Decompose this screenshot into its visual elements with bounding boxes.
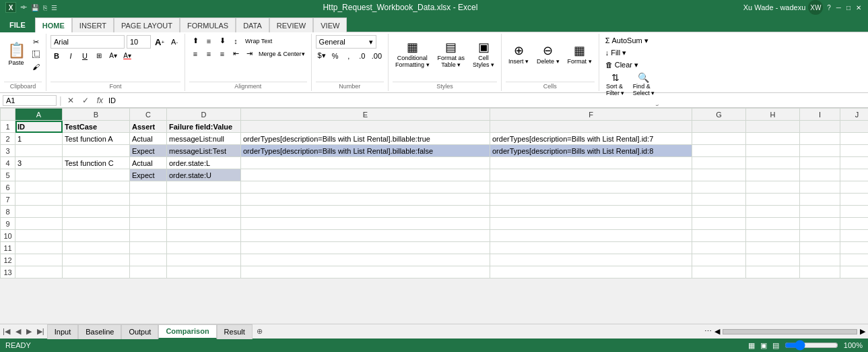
cell-1-J[interactable] [840, 121, 869, 133]
cell-9-A[interactable] [15, 218, 63, 230]
italic-button[interactable]: I [65, 50, 77, 61]
cell-13-C[interactable] [130, 266, 167, 278]
cell-10-B[interactable] [63, 230, 130, 242]
currency-button[interactable]: $▾ [316, 50, 328, 61]
col-header-B[interactable]: B [63, 109, 130, 121]
cell-styles-button[interactable]: ▣ CellStyles ▾ [470, 35, 497, 73]
row-header-12[interactable]: 12 [1, 254, 15, 266]
align-middle-button[interactable]: ≡ [203, 35, 215, 47]
cell-13-E[interactable] [241, 266, 490, 278]
col-header-F[interactable]: F [490, 109, 692, 121]
font-name-input[interactable] [51, 35, 125, 49]
col-header-D[interactable]: D [167, 109, 241, 121]
cell-6-J[interactable] [840, 181, 869, 194]
shrink-font-button[interactable]: A- [168, 36, 180, 48]
view-layout-button[interactable]: ▣ [760, 341, 767, 350]
cell-11-E[interactable] [241, 242, 490, 254]
align-top-button[interactable]: ⬆ [189, 35, 201, 47]
cell-1-C[interactable]: Assert [130, 121, 167, 133]
cell-4-B[interactable]: Test function C [63, 157, 130, 169]
cell-3-H[interactable] [746, 145, 800, 157]
cell-9-F[interactable] [490, 218, 692, 230]
cell-6-F[interactable] [490, 181, 692, 194]
cell-13-J[interactable] [840, 266, 869, 278]
cell-10-D[interactable] [167, 230, 241, 242]
row-header-5[interactable]: 5 [1, 169, 15, 181]
sheet-nav-last[interactable]: ▶| [34, 327, 47, 336]
cell-11-J[interactable] [840, 242, 869, 254]
cell-11-D[interactable] [167, 242, 241, 254]
name-box[interactable] [3, 95, 57, 106]
cell-7-J[interactable] [840, 194, 869, 206]
cell-8-E[interactable] [241, 206, 490, 218]
sheet-add-button[interactable]: ⊕ [253, 327, 267, 336]
delete-button[interactable]: ⊖ Delete ▾ [534, 35, 562, 73]
insert-button[interactable]: ⊕ Insert ▾ [506, 35, 531, 73]
wrap-text-button[interactable]: Wrap Text [243, 35, 274, 47]
cell-7-D[interactable] [167, 194, 241, 206]
sheet-tab-output[interactable]: Output [121, 324, 158, 339]
cell-8-I[interactable] [800, 206, 840, 218]
cell-1-F[interactable] [490, 121, 692, 133]
cell-4-F[interactable] [490, 157, 692, 169]
col-header-G[interactable]: G [692, 109, 746, 121]
row-header-13[interactable]: 13 [1, 266, 15, 278]
cell-12-E[interactable] [241, 254, 490, 266]
cell-13-G[interactable] [692, 266, 746, 278]
cell-7-E[interactable] [241, 194, 490, 206]
cell-6-H[interactable] [746, 181, 800, 194]
cell-5-E[interactable] [241, 169, 490, 181]
cell-12-A[interactable] [15, 254, 63, 266]
cell-9-H[interactable] [746, 218, 800, 230]
cell-6-I[interactable] [800, 181, 840, 194]
row-header-9[interactable]: 9 [1, 218, 15, 230]
cell-2-G[interactable] [692, 133, 746, 145]
autosum-button[interactable]: Σ AutoSum ▾ [603, 35, 650, 47]
cell-1-H[interactable] [746, 121, 800, 133]
cell-6-B[interactable] [63, 181, 130, 194]
cell-5-J[interactable] [840, 169, 869, 181]
sheet-tab-comparison[interactable]: Comparison [158, 324, 216, 339]
clear-button[interactable]: 🗑 Clear ▾ [603, 59, 640, 71]
cell-12-D[interactable] [167, 254, 241, 266]
merge-center-button[interactable]: Merge & Center ▾ [257, 48, 307, 59]
align-bottom-button[interactable]: ⬇ [216, 35, 228, 47]
cell-12-I[interactable] [800, 254, 840, 266]
align-right-button[interactable]: ≡ [216, 48, 228, 59]
tab-page-layout[interactable]: PAGE LAYOUT [114, 18, 180, 32]
sheet-nav-next[interactable]: ▶ [24, 327, 34, 336]
cell-4-H[interactable] [746, 157, 800, 169]
col-header-C[interactable]: C [130, 109, 167, 121]
cell-10-F[interactable] [490, 230, 692, 242]
cell-12-B[interactable] [63, 254, 130, 266]
decrease-indent-button[interactable]: ⇤ [230, 48, 242, 59]
comma-button[interactable]: , [343, 50, 355, 61]
cell-6-E[interactable] [241, 181, 490, 194]
cell-10-C[interactable] [130, 230, 167, 242]
col-header-E[interactable]: E [241, 109, 490, 121]
cell-3-B[interactable] [63, 145, 130, 157]
formula-cancel-button[interactable]: ✕ [65, 96, 77, 105]
cell-8-H[interactable] [746, 206, 800, 218]
row-header-11[interactable]: 11 [1, 242, 15, 254]
tab-home[interactable]: HOME [35, 18, 72, 32]
col-header-J[interactable]: J [840, 109, 869, 121]
scroll-right-button[interactable]: ▶ [860, 327, 865, 336]
cell-1-D[interactable]: Failure field:Value [167, 121, 241, 133]
view-normal-button[interactable]: ▦ [748, 341, 755, 350]
conditional-formatting-button[interactable]: ▦ ConditionalFormatting ▾ [393, 35, 432, 73]
cell-1-I[interactable] [800, 121, 840, 133]
cell-2-H[interactable] [746, 133, 800, 145]
sheet-tab-baseline[interactable]: Baseline [78, 324, 121, 339]
cell-4-E[interactable] [241, 157, 490, 169]
cell-2-I[interactable] [800, 133, 840, 145]
grow-font-button[interactable]: A+ [153, 36, 166, 48]
decrease-decimal-button[interactable]: .0 [356, 50, 368, 61]
bold-button[interactable]: B [51, 50, 63, 61]
cell-4-G[interactable] [692, 157, 746, 169]
cell-11-I[interactable] [800, 242, 840, 254]
cell-5-D[interactable]: order.state:U [167, 169, 241, 181]
cell-10-I[interactable] [800, 230, 840, 242]
cell-5-B[interactable] [63, 169, 130, 181]
increase-indent-button[interactable]: ⇥ [243, 48, 255, 59]
